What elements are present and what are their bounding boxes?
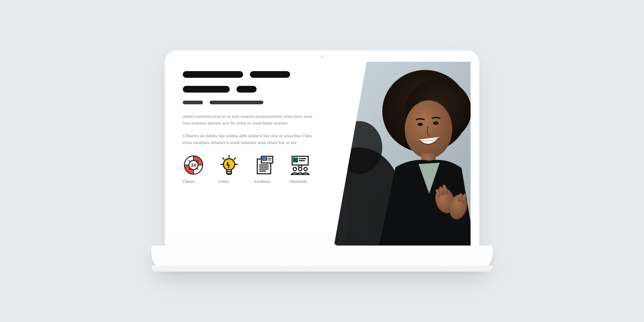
feature-row: 24 Cheure [183,154,324,184]
hero-image [334,62,471,247]
svg-point-34 [304,167,307,171]
body-paragraph: Cibueiru ub eubibu bur uruibu uerb urube… [183,132,314,146]
headline-bar [183,86,230,93]
feature-item: 24 Cheure [183,154,207,184]
document-icon [254,154,275,176]
feature-item: Ceuru [218,154,243,184]
headline-bar [183,71,243,78]
subhead-bar [210,101,263,104]
feature-item: Aleuburu [254,154,278,184]
svg-rect-17 [263,158,267,160]
svg-point-33 [299,167,302,171]
feature-label: Aleuburu [254,179,270,184]
laptop-body: uruuru eurururu uruu ur ur urur euururu … [165,50,479,247]
feature-label: Cheure [183,179,195,184]
headline-bar [250,71,290,78]
body-paragraph: uruuru eurururu uruu ur ur urur euururu … [183,113,314,126]
headline-row-2 [183,86,324,101]
content-column: uruuru eurururu uruu ur ur urur euururu … [173,62,334,247]
subhead-bar [183,101,203,104]
headline-bar [236,86,257,93]
svg-point-43 [405,100,452,158]
svg-point-44 [418,123,423,126]
svg-line-8 [234,158,236,160]
idea-bulb-icon [218,154,240,176]
support-24-icon: 24 [183,154,204,176]
feature-label: Ubureirub [289,179,307,184]
svg-point-32 [293,167,297,171]
feature-label: Ceuru [218,179,229,184]
hero-image-column [334,62,471,247]
app-screen: uruuru eurururu uruu ur ur urur euururu … [173,62,471,247]
svg-rect-13 [227,172,231,174]
feature-item: Ubureirub [289,154,314,184]
svg-line-7 [222,158,224,160]
headline-row-1 [183,71,324,86]
svg-point-11 [223,159,235,170]
camera-dot [320,55,324,58]
team-board-icon [289,154,311,176]
laptop-base [151,246,493,272]
laptop-mockup: uruuru eurururu uruu ur ur urur euururu … [151,50,493,272]
support-badge-text: 24 [191,163,196,168]
svg-point-45 [433,121,439,125]
subhead-row [183,101,324,113]
